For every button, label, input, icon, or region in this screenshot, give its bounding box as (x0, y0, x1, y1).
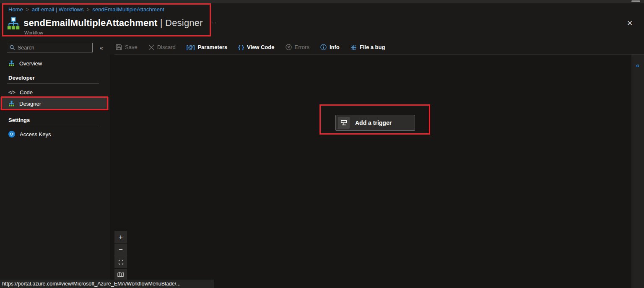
breadcrumb-workflow-link[interactable]: sendEmailMultipleAttachment (93, 6, 164, 13)
minimap-icon[interactable] (114, 269, 127, 281)
discard-button[interactable]: Discard (148, 44, 176, 50)
error-circle-icon (286, 44, 292, 50)
sidebar-section-settings: Settings (8, 117, 30, 123)
sidebar-item-label: Designer (19, 101, 41, 107)
sidebar-item-label: Access Keys (20, 131, 51, 138)
breadcrumb-separator: > (26, 7, 29, 13)
breadcrumb: Home>adf-email | Workflows>sendEmailMult… (8, 6, 164, 13)
add-trigger-button[interactable]: Add a trigger (335, 115, 415, 131)
bug-icon (351, 44, 357, 50)
add-trigger-label: Add a trigger (355, 119, 392, 126)
parameters-button[interactable]: [@] Parameters (187, 44, 228, 50)
info-circle-icon (320, 44, 327, 50)
search-input[interactable] (18, 45, 90, 51)
command-bar: Save Discard [@] Parameters { } View Cod… (116, 40, 385, 54)
info-button[interactable]: Info (320, 44, 340, 50)
code-braces-icon: { } (238, 44, 244, 50)
sidebar-item-code[interactable]: </> Code (0, 86, 109, 98)
status-bar-url: https://portal.azure.com/#view/Microsoft… (0, 280, 214, 288)
breadcrumb-workflows-link[interactable]: adf-email | Workflows (32, 6, 84, 13)
sidebar-search[interactable] (7, 43, 93, 52)
sidebar-collapse-button[interactable]: « (97, 43, 106, 52)
parameters-icon: [@] (187, 44, 195, 50)
errors-button[interactable]: Errors (286, 44, 309, 50)
right-panel-collapse-button[interactable]: « (631, 62, 644, 69)
sidebar-section-developer: Developer (8, 75, 35, 81)
workflow-icon (8, 101, 15, 107)
fit-view-icon[interactable] (114, 256, 127, 268)
save-icon (116, 44, 122, 50)
scrollbar-thumb[interactable] (631, 0, 640, 2)
divider (7, 126, 99, 126)
divider (7, 83, 99, 84)
zoom-out-button[interactable]: − (114, 244, 127, 256)
close-icon[interactable]: ✕ (625, 18, 635, 29)
code-icon: </> (8, 90, 15, 95)
title-overflow-menu[interactable]: ··· (209, 19, 217, 26)
canvas-controls: + − (114, 231, 127, 281)
zoom-in-button[interactable]: + (114, 231, 127, 243)
view-code-button[interactable]: { } View Code (238, 44, 274, 50)
trigger-icon (338, 117, 350, 129)
page-subtitle: Workflow (24, 30, 43, 35)
page-title: sendEmailMultipleAttachment | Designer (23, 18, 203, 29)
page-title-view-suffix: | Designer (158, 18, 203, 28)
sidebar-item-label: Code (20, 89, 33, 96)
search-icon (10, 45, 15, 50)
breadcrumb-home-link[interactable]: Home (8, 6, 23, 13)
access-keys-icon: ⟳ (8, 131, 15, 138)
designer-canvas[interactable] (110, 54, 631, 288)
sidebar-item-access-keys[interactable]: ⟳ Access Keys (0, 128, 109, 140)
save-button[interactable]: Save (116, 44, 138, 50)
discard-x-icon (148, 44, 154, 50)
sidebar-item-designer[interactable]: Designer (0, 97, 109, 110)
right-panel-strip: « (631, 54, 644, 288)
sidebar-item-label: Overview (19, 60, 42, 67)
top-edge-strip (0, 0, 644, 3)
sidebar-item-overview[interactable]: Overview (0, 57, 109, 69)
workflow-icon (7, 17, 20, 31)
workflow-icon (8, 60, 15, 67)
file-a-bug-button[interactable]: File a bug (351, 44, 385, 50)
breadcrumb-separator: > (86, 7, 89, 13)
